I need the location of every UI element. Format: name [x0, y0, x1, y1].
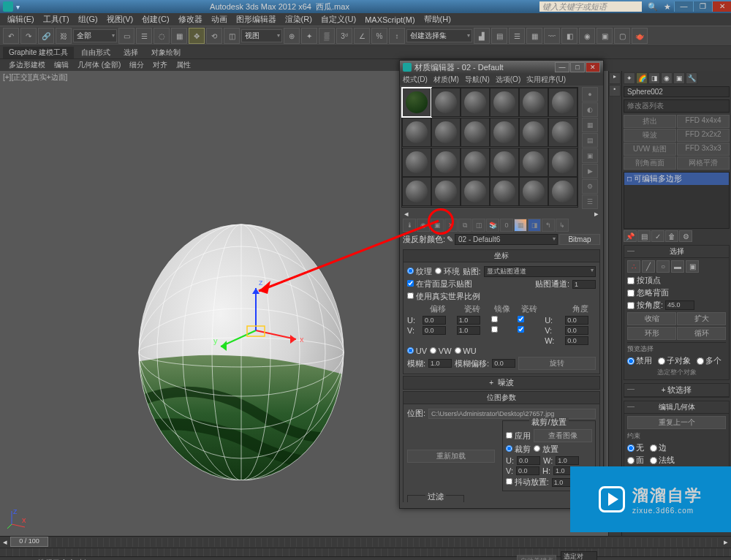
w-angle[interactable]: 0.0	[565, 336, 588, 345]
mirror-button[interactable]: ▟	[474, 28, 490, 44]
schematic-button[interactable]: ◧	[561, 28, 577, 44]
tab-utilities[interactable]: 🔧	[686, 72, 697, 84]
v-offset[interactable]: 0.0	[423, 326, 446, 335]
chk-show-back[interactable]	[407, 280, 414, 287]
u-angle[interactable]: 0.0	[565, 316, 588, 325]
tab-motion[interactable]: ◉	[661, 72, 673, 84]
center-button[interactable]: ⊕	[284, 28, 300, 44]
radio-preview-sub[interactable]	[658, 357, 665, 365]
viewport-label[interactable]: [+][正交][真实+边面]	[3, 72, 67, 83]
named-selset-dropdown[interactable]: 创建选择集	[406, 29, 472, 42]
btn-noise[interactable]: 噪波	[624, 129, 676, 142]
render-button[interactable]: 🫖	[632, 28, 648, 44]
rotate-button[interactable]: ⟲	[206, 28, 222, 44]
material-close-button[interactable]: ✕	[586, 62, 600, 72]
menu-modifiers[interactable]: 修改器	[174, 14, 207, 25]
put-to-scene-button[interactable]: ◉	[417, 219, 430, 232]
sample-slot-2[interactable]	[431, 88, 461, 117]
subobj-element[interactable]: ▣	[686, 260, 699, 273]
assign-to-sel-button[interactable]: ▣	[431, 219, 444, 232]
favorite-icon[interactable]: ★	[664, 2, 671, 12]
menu-edit[interactable]: 编辑(E)	[3, 14, 39, 25]
sample-slot-14[interactable]	[431, 148, 461, 177]
material-type-button[interactable]: Bitmap	[559, 234, 600, 245]
select-name-button[interactable]: ☰	[136, 28, 152, 44]
u-mirror[interactable]	[491, 316, 498, 322]
tab-hierarchy[interactable]: ◨	[648, 72, 660, 84]
sample-slot-4[interactable]	[490, 88, 519, 117]
close-button[interactable]: ✕	[712, 1, 731, 12]
ribbon-select[interactable]: 选择	[118, 47, 144, 58]
material-minimize-button[interactable]: —	[555, 62, 569, 72]
menu-tools[interactable]: 工具(T)	[39, 14, 74, 25]
go-forward-button[interactable]: ↳	[556, 219, 569, 232]
menu-create[interactable]: 创建(C)	[137, 14, 173, 25]
show-in-viewport-button[interactable]: ▦	[514, 219, 527, 232]
btn-slice[interactable]: 剖角画面	[624, 156, 676, 170]
video-check-button[interactable]: ▣	[582, 148, 598, 163]
radio-constr-edge[interactable]	[650, 444, 657, 452]
radio-crop[interactable]	[506, 445, 512, 452]
mat-menu-nav[interactable]: 导航(N)	[465, 75, 490, 85]
unlink-button[interactable]: ⛓	[56, 28, 72, 44]
subobj-border[interactable]: ○	[656, 260, 670, 273]
material-name-field[interactable]: 02 - Default6	[455, 234, 558, 245]
v-angle[interactable]: 0.0	[565, 326, 588, 335]
material-button[interactable]: ◉	[579, 28, 595, 44]
radio-constr-none[interactable]	[627, 444, 635, 452]
view-image-button[interactable]: 查看图像	[534, 429, 592, 442]
options-button[interactable]: ⚙	[582, 179, 598, 194]
chk-by-angle[interactable]	[627, 302, 635, 309]
btn-ring[interactable]: 环形	[627, 327, 676, 340]
radio-vw[interactable]	[430, 347, 436, 354]
rollout-editgeo-header[interactable]: 编辑几何体	[624, 401, 729, 414]
menu-help[interactable]: 帮助(H)	[420, 14, 455, 25]
move-button[interactable]: ✥	[189, 28, 205, 44]
radio-environ[interactable]	[435, 268, 442, 274]
v-mirror[interactable]	[491, 326, 498, 333]
object-name-field[interactable]	[624, 86, 730, 97]
radio-place[interactable]	[534, 445, 540, 452]
mat-menu-mode[interactable]: 模式(D)	[403, 75, 428, 85]
manip-button[interactable]: ✦	[301, 28, 317, 44]
sample-slot-3[interactable]	[461, 88, 490, 117]
select-button[interactable]: ▭	[118, 28, 135, 44]
sample-slot-24[interactable]	[548, 177, 577, 206]
chk-ignore-backface[interactable]	[627, 290, 635, 297]
sample-slot-22[interactable]	[490, 177, 519, 206]
sample-slot-17[interactable]	[519, 148, 548, 177]
align-button[interactable]: ▤	[491, 28, 507, 44]
sample-slot-8[interactable]	[431, 118, 461, 147]
backlight-button[interactable]: ◐	[582, 102, 598, 117]
get-material-button[interactable]: 🌡	[403, 219, 416, 232]
put-to-lib-button[interactable]: 📚	[486, 219, 499, 232]
angle-snap-button[interactable]: ∠	[354, 28, 370, 44]
btn-shrink[interactable]: 收缩	[627, 312, 676, 325]
u-tile[interactable]: 1.0	[457, 316, 480, 325]
sample-type-button[interactable]: ●	[582, 87, 598, 102]
subtab-align[interactable]: 对齐	[148, 59, 172, 71]
menu-view[interactable]: 视图(V)	[102, 14, 138, 25]
sample-slot-15[interactable]	[461, 148, 490, 177]
render-frame-button[interactable]: ▢	[614, 28, 630, 44]
subobj-edge[interactable]: ╱	[642, 260, 655, 273]
menu-group[interactable]: 组(G)	[74, 14, 102, 25]
selset-dropdown[interactable]: 选定对象	[561, 551, 597, 561]
rollout-coords-header[interactable]: 坐标	[403, 249, 600, 262]
chk-jitter[interactable]	[506, 478, 512, 485]
tab-modify[interactable]: 🌈	[636, 72, 648, 84]
stack-remove-button[interactable]: 🗑	[665, 230, 678, 242]
stack-pin-button[interactable]: 📌	[624, 230, 637, 242]
btn-uvw[interactable]: UVW 贴图	[624, 143, 676, 156]
mat-menu-util[interactable]: 实用程序(U)	[526, 75, 566, 85]
btn-ffd4[interactable]: FFD 4x4x4	[677, 115, 730, 128]
pick-color-icon[interactable]: ✎	[447, 235, 453, 244]
radio-preview-off[interactable]	[627, 357, 635, 365]
modifier-stack[interactable]: □ 可编辑多边形	[624, 172, 730, 229]
render-setup-button[interactable]: ▣	[596, 28, 613, 44]
rollout-softsel-header[interactable]: + 软选择	[624, 384, 729, 397]
time-slider[interactable]: ◂ 0 / 100 ▸	[0, 536, 731, 548]
make-preview-button[interactable]: ▶	[582, 164, 598, 178]
sample-slot-13[interactable]	[402, 148, 431, 177]
subobj-vertex[interactable]: ∴	[627, 260, 640, 273]
